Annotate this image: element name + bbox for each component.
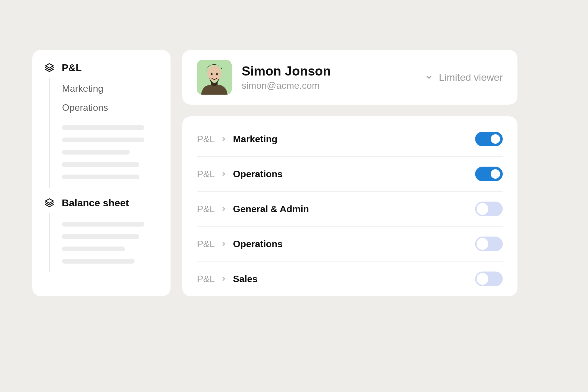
sidebar-children bbox=[49, 213, 159, 272]
skeleton-row bbox=[62, 175, 139, 179]
avatar bbox=[197, 60, 232, 95]
stack-icon bbox=[44, 62, 55, 73]
permission-toggle[interactable] bbox=[475, 237, 503, 251]
skeleton-row bbox=[62, 150, 130, 155]
permission-toggle[interactable] bbox=[475, 132, 503, 146]
breadcrumb: P&L General & Admin bbox=[197, 204, 309, 215]
skeleton-row bbox=[62, 259, 135, 264]
breadcrumb: P&L Operations bbox=[197, 169, 283, 180]
sidebar-section-balance-sheet: Balance sheet bbox=[44, 197, 159, 272]
permission-toggle[interactable] bbox=[475, 202, 503, 216]
permission-row: P&L Marketing bbox=[197, 122, 503, 157]
breadcrumb-leaf: Operations bbox=[233, 169, 283, 180]
skeleton-row bbox=[62, 138, 144, 142]
role-dropdown[interactable]: Limited viewer bbox=[425, 72, 503, 83]
breadcrumb: P&L Sales bbox=[197, 274, 258, 284]
chevron-right-icon bbox=[220, 206, 227, 212]
user-name: Simon Jonson bbox=[242, 63, 331, 79]
permission-toggle[interactable] bbox=[475, 272, 503, 286]
permission-toggle[interactable] bbox=[475, 167, 503, 181]
chevron-down-icon bbox=[425, 73, 433, 81]
permission-row: P&L Operations bbox=[197, 227, 503, 262]
permission-row: P&L Operations bbox=[197, 157, 503, 192]
sidebar-children: Marketing Operations bbox=[49, 78, 159, 188]
permission-row: P&L General & Admin bbox=[197, 192, 503, 227]
skeleton-row bbox=[62, 222, 144, 227]
permissions-card: P&L Marketing P&L Operations bbox=[182, 116, 517, 296]
svg-point-4 bbox=[211, 73, 213, 75]
chevron-right-icon bbox=[220, 171, 227, 177]
sidebar-section-header[interactable]: Balance sheet bbox=[44, 197, 159, 209]
breadcrumb-leaf: Operations bbox=[233, 239, 283, 249]
breadcrumb-root: P&L bbox=[197, 239, 215, 249]
breadcrumb-root: P&L bbox=[197, 274, 215, 284]
role-label: Limited viewer bbox=[439, 72, 503, 83]
breadcrumb-root: P&L bbox=[197, 134, 215, 145]
breadcrumb-leaf: Marketing bbox=[233, 134, 277, 145]
chevron-right-icon bbox=[220, 276, 227, 282]
svg-marker-0 bbox=[46, 64, 54, 68]
breadcrumb: P&L Marketing bbox=[197, 134, 278, 145]
breadcrumb-root: P&L bbox=[197, 204, 215, 215]
breadcrumb: P&L Operations bbox=[197, 239, 283, 249]
user-meta: Simon Jonson simon@acme.com bbox=[242, 63, 331, 91]
breadcrumb-leaf: Sales bbox=[233, 274, 258, 284]
main-column: Simon Jonson simon@acme.com Limited view… bbox=[182, 50, 517, 296]
stack-icon bbox=[44, 197, 55, 208]
sidebar: P&L Marketing Operations bbox=[32, 50, 171, 296]
sidebar-section-title: P&L bbox=[62, 62, 82, 74]
user-card: Simon Jonson simon@acme.com Limited view… bbox=[182, 50, 517, 105]
skeleton-row bbox=[62, 247, 125, 251]
breadcrumb-root: P&L bbox=[197, 169, 215, 180]
svg-point-5 bbox=[216, 73, 218, 75]
svg-point-3 bbox=[207, 66, 221, 81]
sidebar-section-title: Balance sheet bbox=[62, 197, 129, 209]
chevron-right-icon bbox=[220, 241, 227, 247]
sidebar-section-pnl: P&L Marketing Operations bbox=[44, 62, 159, 188]
skeleton-row bbox=[62, 234, 139, 239]
skeleton-row bbox=[62, 125, 144, 130]
sidebar-item-marketing[interactable]: Marketing bbox=[62, 79, 159, 98]
permission-row: P&L Sales bbox=[197, 262, 503, 296]
skeleton-row bbox=[62, 162, 139, 167]
chevron-right-icon bbox=[220, 136, 227, 142]
user-email: simon@acme.com bbox=[242, 80, 331, 91]
svg-marker-1 bbox=[46, 199, 54, 203]
sidebar-item-operations[interactable]: Operations bbox=[62, 98, 159, 118]
sidebar-section-header[interactable]: P&L bbox=[44, 62, 159, 74]
breadcrumb-leaf: General & Admin bbox=[233, 204, 309, 215]
